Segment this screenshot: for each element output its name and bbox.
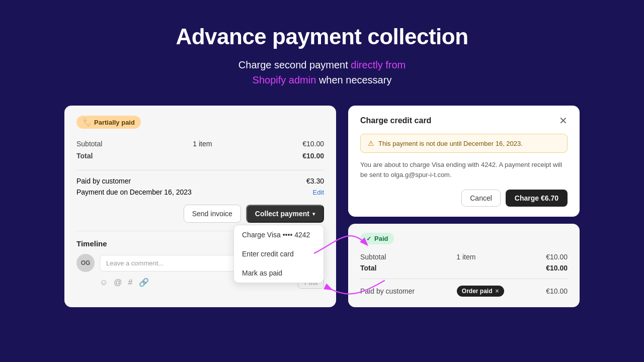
dropdown-item-mark-paid[interactable]: Mark as paid xyxy=(234,263,324,283)
avatar-initials: OG xyxy=(81,259,91,266)
paid-subtotal-label: Subtotal xyxy=(360,253,386,261)
charge-button[interactable]: Charge €6.70 xyxy=(506,190,568,207)
subtitle-highlight1: directly from xyxy=(351,59,406,70)
charge-credit-card-modal: Charge credit card ✕ ⚠ This payment is n… xyxy=(348,106,580,217)
remove-tag-button[interactable]: × xyxy=(496,288,499,295)
paid-subtotal-row: Subtotal 1 item €10.00 xyxy=(360,251,568,262)
dropdown-item-enter-card[interactable]: Enter credit card xyxy=(234,244,324,263)
subtitle-after: when necessary xyxy=(316,74,391,85)
tag-icon[interactable]: # xyxy=(128,278,133,287)
avatar: OG xyxy=(76,254,95,272)
link-icon[interactable]: 🔗 xyxy=(139,278,149,287)
close-modal-button[interactable]: ✕ xyxy=(559,116,568,126)
cancel-button[interactable]: Cancel xyxy=(461,190,501,207)
action-buttons: Send invoice Collect payment ▾ Charge Vi… xyxy=(76,205,324,223)
paid-check-icon: ✓ xyxy=(366,235,371,242)
page-title: Advance payment collection xyxy=(0,24,644,49)
total-row: Total €10.00 xyxy=(76,150,324,162)
warning-banner: ⚠ This payment is not due until December… xyxy=(360,134,568,153)
page-header: Advance payment collection Charge second… xyxy=(0,0,644,106)
charge-description: You are about to charge Visa ending with… xyxy=(360,160,568,179)
partially-paid-badge: 🏷️ Partially paid xyxy=(76,116,141,129)
chevron-down-icon: ▾ xyxy=(312,211,315,217)
total-label: Total xyxy=(76,152,93,160)
order-paid-label: Order paid xyxy=(462,288,493,295)
paid-card: ✓ Paid Subtotal 1 item €10.00 Total €10.… xyxy=(348,224,580,307)
subtotal-row: Subtotal 1 item €10.00 xyxy=(76,138,324,150)
collect-payment-button[interactable]: Collect payment ▾ xyxy=(246,205,324,223)
total-amount: €10.00 xyxy=(302,152,324,160)
due-date-row: Payment due on December 16, 2023 Edit xyxy=(76,187,324,198)
paid-total-amount: €10.00 xyxy=(546,264,568,272)
cards-container: 🏷️ Partially paid Subtotal 1 item €10.00… xyxy=(0,106,644,307)
badge-icon: 🏷️ xyxy=(83,118,91,126)
paid-subtotal-items: 1 item xyxy=(456,253,475,261)
right-side: Charge credit card ✕ ⚠ This payment is n… xyxy=(348,106,580,307)
paid-total-row: Total €10.00 xyxy=(360,262,568,274)
subtitle-before: Charge second payment xyxy=(238,59,351,70)
paid-badge-label: Paid xyxy=(374,235,388,242)
charge-card-title: Charge credit card xyxy=(360,116,431,125)
collect-dropdown: Charge Visa •••• 4242 Enter credit card … xyxy=(233,225,324,283)
edit-link[interactable]: Edit xyxy=(313,189,324,196)
left-card: 🏷️ Partially paid Subtotal 1 item €10.00… xyxy=(64,106,336,307)
subtotal-amount: €10.00 xyxy=(302,140,324,148)
paid-subtotal-amount: €10.00 xyxy=(546,253,568,261)
paid-customer-row: Paid by customer Order paid × €10.00 xyxy=(360,284,568,298)
subtotal-label: Subtotal xyxy=(76,140,102,148)
charge-card-header: Charge credit card ✕ xyxy=(360,116,568,126)
subtotal-items: 1 item xyxy=(193,140,212,148)
paid-amount: €3.30 xyxy=(306,177,324,185)
emoji-icon[interactable]: ☺ xyxy=(100,278,108,287)
paid-customer-amount: €10.00 xyxy=(546,287,568,295)
badge-label: Partially paid xyxy=(94,119,135,126)
paid-label: Paid by customer xyxy=(76,177,131,185)
charge-actions: Cancel Charge €6.70 xyxy=(360,190,568,207)
paid-total-label: Total xyxy=(360,264,376,272)
page-subtitle: Charge second payment directly from Shop… xyxy=(0,57,644,87)
warning-text: This payment is not due until December 1… xyxy=(378,140,523,147)
mention-icon[interactable]: @ xyxy=(114,278,122,287)
paid-customer-row: Paid by customer €3.30 xyxy=(76,175,324,187)
order-table: Subtotal 1 item €10.00 Total €10.00 xyxy=(76,138,324,162)
collect-payment-label: Collect payment xyxy=(255,210,309,218)
paid-badge: ✓ Paid xyxy=(360,233,394,244)
due-label: Payment due on December 16, 2023 xyxy=(76,188,192,196)
dropdown-item-charge-visa[interactable]: Charge Visa •••• 4242 xyxy=(234,225,324,244)
paid-customer-label: Paid by customer xyxy=(360,287,415,295)
send-invoice-button[interactable]: Send invoice xyxy=(184,205,241,223)
order-paid-tag: Order paid × xyxy=(457,286,504,297)
warning-icon: ⚠ xyxy=(368,139,374,147)
subtitle-highlight2: Shopify admin xyxy=(253,74,316,85)
